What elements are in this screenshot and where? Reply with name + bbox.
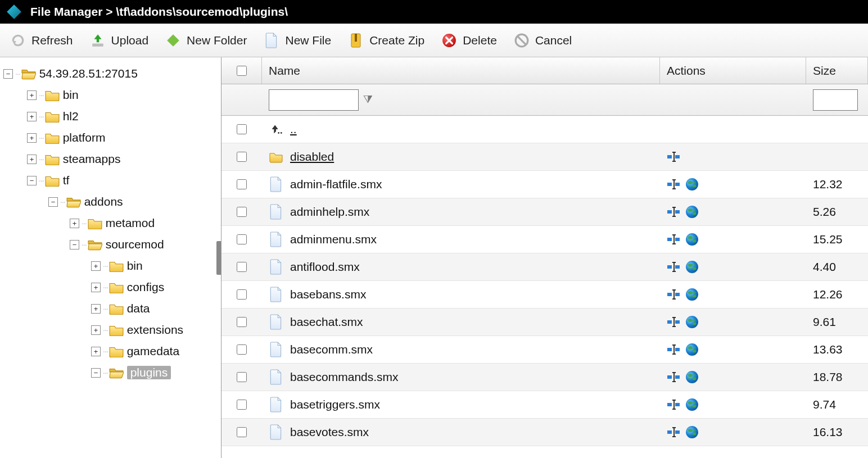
row-checkbox[interactable] xyxy=(237,400,247,410)
filter-icon[interactable]: ⧩ xyxy=(363,93,373,106)
tree-node-addons[interactable]: −···addons xyxy=(3,191,218,212)
file-row[interactable]: basecomm.smx13.63 xyxy=(221,336,868,364)
row-checkbox[interactable] xyxy=(237,344,247,355)
toggle-icon[interactable]: + xyxy=(91,304,101,314)
tree-node-sourcemod[interactable]: −···sourcemod xyxy=(3,234,218,255)
row-checkbox[interactable] xyxy=(237,427,247,437)
tree-node-extensions[interactable]: +···extensions xyxy=(3,319,218,341)
rename-icon[interactable] xyxy=(667,425,681,439)
toggle-icon[interactable]: + xyxy=(91,283,101,292)
create-zip-button[interactable]: Create Zip xyxy=(348,33,424,48)
new-file-label: New File xyxy=(285,34,331,47)
upload-button[interactable]: Upload xyxy=(90,33,149,48)
toggle-icon[interactable]: − xyxy=(70,240,79,250)
toggle-icon[interactable]: + xyxy=(27,155,37,164)
collapse-icon[interactable]: − xyxy=(3,69,13,79)
name-filter-input[interactable] xyxy=(269,89,359,111)
toggle-icon[interactable]: + xyxy=(27,90,37,100)
column-header-size[interactable]: Size xyxy=(806,57,868,84)
toggle-icon[interactable]: + xyxy=(91,347,101,356)
tree-node-label: data xyxy=(127,302,150,315)
rename-icon[interactable] xyxy=(667,205,681,219)
download-icon[interactable] xyxy=(685,370,699,384)
download-icon[interactable] xyxy=(685,342,699,357)
rename-icon[interactable] xyxy=(667,177,681,192)
tree-node-hl2[interactable]: +···hl2 xyxy=(3,106,218,127)
cancel-button[interactable]: Cancel xyxy=(514,33,572,48)
file-row[interactable]: basetriggers.smx9.74 xyxy=(221,391,868,419)
download-icon[interactable] xyxy=(685,397,699,412)
file-row[interactable]: adminhelp.smx5.26 xyxy=(221,198,868,226)
select-all-checkbox[interactable] xyxy=(237,66,247,76)
tree-node-label: bin xyxy=(127,259,143,273)
title-bar: File Manager > \tf\addons\sourcemod\plug… xyxy=(0,0,868,24)
column-header-name[interactable]: Name xyxy=(262,57,660,84)
file-row[interactable]: disabled xyxy=(221,143,868,171)
column-header-actions[interactable]: Actions xyxy=(660,57,806,84)
splitter-handle[interactable] xyxy=(216,241,221,275)
rename-icon[interactable] xyxy=(667,260,681,274)
row-checkbox[interactable] xyxy=(237,234,247,244)
row-checkbox[interactable] xyxy=(237,372,247,382)
select-all-cell[interactable] xyxy=(221,57,262,84)
file-icon xyxy=(269,231,283,248)
row-checkbox[interactable] xyxy=(237,124,247,134)
new-folder-button[interactable]: New Folder xyxy=(165,33,247,48)
download-icon[interactable] xyxy=(685,425,699,439)
file-row[interactable]: basebans.smx12.26 xyxy=(221,281,868,309)
file-name: basechat.smx xyxy=(290,315,363,329)
row-checkbox[interactable] xyxy=(237,207,247,217)
download-icon[interactable] xyxy=(685,232,699,247)
tree-node-tf[interactable]: −···tf xyxy=(3,170,218,191)
folder-icon xyxy=(45,89,60,101)
tree-node-configs[interactable]: +···configs xyxy=(3,276,218,298)
download-icon[interactable] xyxy=(685,260,699,274)
refresh-button[interactable]: Refresh xyxy=(10,33,73,48)
tree-node-label: tf xyxy=(63,174,70,187)
tree-node-bin[interactable]: +···bin xyxy=(3,255,218,276)
toggle-icon[interactable]: − xyxy=(48,197,58,207)
toggle-icon[interactable]: + xyxy=(91,325,101,335)
row-checkbox[interactable] xyxy=(237,152,247,162)
tree-node-data[interactable]: +···data xyxy=(3,298,218,319)
tree-node-platform[interactable]: +···platform xyxy=(3,127,218,148)
file-row[interactable]: admin-flatfile.smx12.32 xyxy=(221,171,868,198)
row-checkbox[interactable] xyxy=(237,317,247,327)
download-icon[interactable] xyxy=(685,177,699,192)
size-filter-input[interactable] xyxy=(813,89,858,111)
rename-icon[interactable] xyxy=(667,232,681,247)
file-row[interactable]: antiflood.smx4.40 xyxy=(221,253,868,281)
toggle-icon[interactable]: + xyxy=(91,261,101,271)
tree-node-steamapps[interactable]: +···steamapps xyxy=(3,148,218,170)
new-file-button[interactable]: New File xyxy=(264,33,331,48)
toggle-icon[interactable]: + xyxy=(27,112,37,121)
parent-dir-row[interactable]: .. xyxy=(221,116,868,143)
row-checkbox[interactable] xyxy=(237,289,247,300)
toggle-icon[interactable]: + xyxy=(27,133,37,143)
delete-button[interactable]: Delete xyxy=(441,33,497,48)
file-row[interactable]: basechat.smx9.61 xyxy=(221,309,868,336)
download-icon[interactable] xyxy=(685,315,699,329)
tree-root[interactable]: − ··· 54.39.28.51:27015 xyxy=(3,63,218,84)
rename-icon[interactable] xyxy=(667,370,681,384)
file-row[interactable]: basecommands.smx18.78 xyxy=(221,364,868,391)
tree-node-plugins[interactable]: −···plugins xyxy=(3,362,218,383)
toggle-icon[interactable]: + xyxy=(70,219,79,228)
rename-icon[interactable] xyxy=(667,287,681,302)
file-row[interactable]: adminmenu.smx15.25 xyxy=(221,226,868,253)
rename-icon[interactable] xyxy=(667,397,681,412)
rename-icon[interactable] xyxy=(667,342,681,357)
file-row[interactable]: basevotes.smx16.13 xyxy=(221,419,868,446)
tree-node-bin[interactable]: +···bin xyxy=(3,84,218,106)
rename-icon[interactable] xyxy=(667,149,681,164)
row-checkbox[interactable] xyxy=(237,262,247,272)
rename-icon[interactable] xyxy=(667,315,681,329)
toggle-icon[interactable]: − xyxy=(91,368,101,378)
folder-icon xyxy=(109,302,124,315)
tree-node-gamedata[interactable]: +···gamedata xyxy=(3,341,218,362)
toggle-icon[interactable]: − xyxy=(27,176,37,185)
tree-node-metamod[interactable]: +···metamod xyxy=(3,212,218,234)
download-icon[interactable] xyxy=(685,287,699,302)
download-icon[interactable] xyxy=(685,205,699,219)
row-checkbox[interactable] xyxy=(237,179,247,189)
